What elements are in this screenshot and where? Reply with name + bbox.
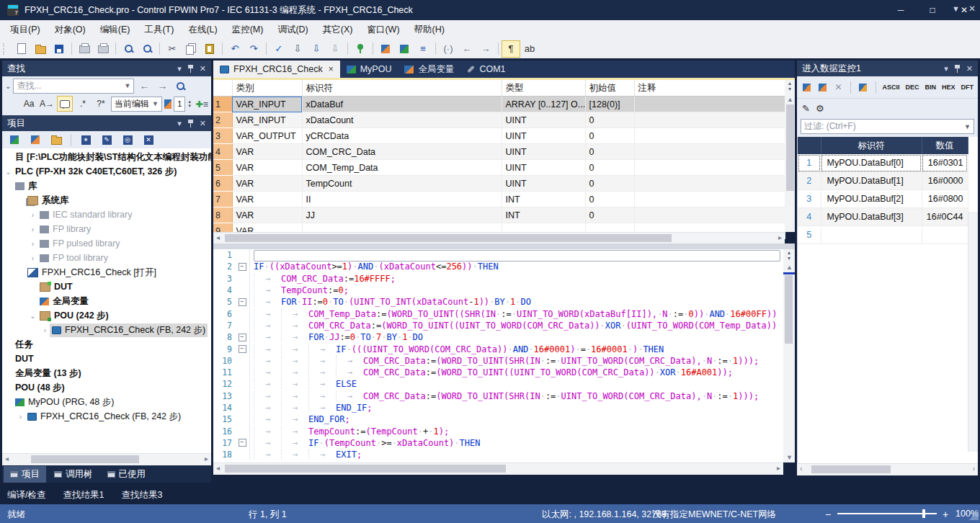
variable-table-hscrollbar[interactable]: ◂ ▸ [213,232,785,244]
monitor-filter-input[interactable]: 过滤: (Ctrl+F) ▼ [801,119,974,134]
tree-item[interactable]: 任务 [2,337,211,352]
close-panel-icon[interactable]: ✕ [966,64,973,73]
code-line[interactable]: 13→→→→COM_CRC_Data:=(WORD_TO_UINT(SHR(IN… [213,390,783,402]
tree-item[interactable]: DUT [2,280,211,294]
zoom-slider[interactable] [837,513,937,514]
table-cell[interactable]: VAR_OUTPUT [232,128,302,144]
row-number[interactable]: 2 [213,112,232,128]
close-panel-icon[interactable]: ✕ [200,64,206,73]
undo-button[interactable]: ↶ [226,40,244,58]
code-line[interactable]: 12→→→ELSE [213,378,783,390]
code-line[interactable]: 6→→COM_Temp_Data:=(WORD_TO_UINT((SHR(IN·… [213,308,783,319]
table-cell[interactable]: VAR [232,144,302,160]
table-cell[interactable]: JJ [302,207,502,223]
insert-program-button[interactable] [5,131,24,148]
panel-menu-icon[interactable]: ▾ [177,64,182,73]
code-line[interactable]: 17−→→IF·(TempCount·>=·xDataCount)·THEN [213,437,783,449]
monitor-row[interactable]: 3MyPOU.DataBuf[2]16#0800 [798,190,968,208]
code-line[interactable]: 3→COM_CRC_Data:=16#FFFF; [213,273,783,285]
search-count-field[interactable]: 1 [174,97,185,112]
fold-toggle-icon[interactable]: − [239,298,246,306]
navigate-back-button[interactable]: ← [458,40,476,58]
cascade-windows-button[interactable] [857,79,870,96]
settings-icon[interactable]: ⚙ [816,103,824,114]
monitor-row[interactable]: 1MyPOU.DataBuf[0]16#0301 [798,154,968,172]
tree-item[interactable]: ›FP pulsed library [2,236,211,251]
table-cell[interactable]: VAR [232,160,302,176]
panel-tab-项目[interactable]: 项目 [4,466,46,483]
tree-item[interactable]: ⌄POU (242 步) [2,308,211,323]
insert-row-before-button[interactable] [801,79,814,96]
tree-expander-icon[interactable]: ⌄ [28,312,37,320]
monitor-value-cell[interactable] [922,226,968,244]
code-line[interactable]: 2−IF·((xDataCount>=1)·AND·(xDataCount<=2… [213,261,783,272]
code-line[interactable]: 14→→→END_IF; [213,402,783,414]
fold-toggle-icon[interactable]: − [239,439,246,447]
search-scope-select[interactable]: 当前编辑 ▼ [111,97,162,112]
minimize-button[interactable]: ─ [885,0,917,20]
row-number[interactable]: 2 [798,172,821,190]
table-cell[interactable]: 0 [585,207,634,223]
pin-icon[interactable] [955,65,960,73]
table-cell[interactable]: 0 [585,192,634,207]
resize-grip[interactable] [968,510,979,520]
table-row[interactable]: 8VARJJINT0 [213,207,785,223]
table-row[interactable]: 2VAR_INPUTxDataCountUINT0 [213,112,785,128]
monitor-hscrollbar[interactable]: ‹ › [797,463,978,475]
format-source-button[interactable]: ≡ [414,40,432,58]
code-line[interactable]: 10→→→→COM_CRC_Data:=(WORD_TO_UINT(SHR(IN… [213,355,783,367]
monitor-value-cell[interactable]: 16#0000 [922,172,968,190]
monitor-identifier-cell[interactable]: MyPOU.DataBuf[1] [821,172,922,190]
table-cell[interactable] [634,144,785,160]
fold-toggle-icon[interactable]: − [239,334,246,341]
download-all-button[interactable]: ⇩ [307,40,326,58]
paste-button[interactable] [200,40,219,58]
menu-item[interactable]: 帮助(H) [407,21,452,39]
monitor-value-cell[interactable]: 16#0800 [922,190,968,208]
table-row[interactable]: 3VAR_OUTPUTyCRCDataUINT0 [213,128,785,144]
table-cell[interactable]: VAR [232,176,302,192]
table-cell[interactable] [634,176,785,192]
output-tab[interactable]: 编译/检查 [7,489,45,501]
dropdown-arrow-icon[interactable]: ▼ [964,123,971,130]
tree-item[interactable]: 全局变量 (13 步) [2,366,211,380]
table-row[interactable]: 4VARCOM_CRC_DataUINT0 [213,144,785,160]
document-tab-COM1[interactable]: COM1 [460,61,512,78]
search-input[interactable]: 查找... ▼ [13,79,134,94]
cut-button[interactable]: ✂ [163,40,182,58]
table-cell[interactable]: [128(0)] [585,97,634,112]
close-panel-icon[interactable]: ✕ [200,119,206,128]
monitor-row[interactable]: 4MyPOU.DataBuf[3]16#0C44 [798,208,968,226]
table-cell[interactable]: ARRAY [0..127] O... [502,97,585,112]
tree-expander-icon[interactable]: › [40,326,50,334]
download-to-plc-button[interactable]: ⇩ [288,40,307,58]
menu-item[interactable]: 窗口(W) [360,21,406,39]
tree-item[interactable]: ›FPXH_CRC16_Check (FB, 242 步) [2,323,211,337]
insert-fb-button[interactable] [395,40,414,58]
row-number[interactable]: 3 [798,190,821,208]
insert-row-after-button[interactable] [816,79,829,96]
table-cell[interactable]: VAR_INPUT [232,112,302,128]
zoom-in-button[interactable]: + [943,509,948,520]
table-cell[interactable]: INT [502,192,585,207]
open-project-button[interactable] [31,40,50,58]
insert-folder-button[interactable] [47,131,66,148]
monitor-identifier-cell[interactable]: MyPOU.DataBuf[3] [821,208,922,226]
tree-expander-icon[interactable]: › [28,254,37,262]
new-document-button[interactable] [12,40,31,58]
monitor-identifier-cell[interactable] [821,226,922,244]
table-row[interactable]: 5VARCOM_Temp_DataUINT0 [213,160,785,176]
code-line[interactable]: 5−→FOR·II:=0·TO·(UINT_TO_INT(xDataCount-… [213,296,783,308]
document-tab-MyPOU[interactable]: MyPOU [340,61,398,78]
format-dec-button[interactable]: DEC [904,82,919,92]
table-cell[interactable]: VAR [232,207,302,223]
code-line[interactable]: 7→→COM_CRC_Data:=(WORD_TO_UINT((UINT_TO_… [213,320,783,331]
menu-item[interactable]: 其它(X) [316,21,360,39]
monitor-vscrollbar[interactable] [968,212,978,452]
table-cell[interactable] [634,160,785,176]
table-cell[interactable] [634,97,785,112]
tab-close-icon[interactable]: ✕ [968,4,976,14]
row-number[interactable]: 1 [213,97,232,112]
table-row[interactable]: 7VARIIINT0 [213,192,785,207]
redo-button[interactable]: ↷ [244,40,263,58]
